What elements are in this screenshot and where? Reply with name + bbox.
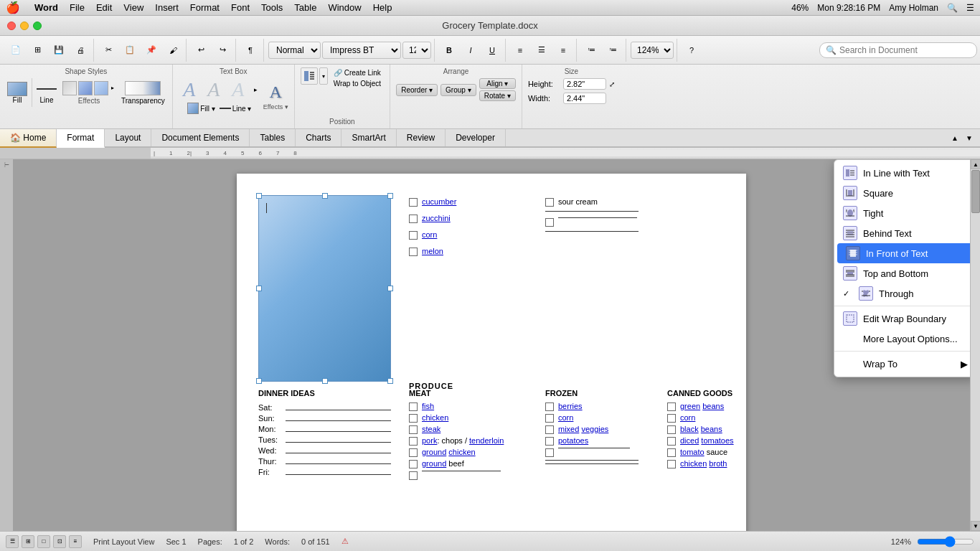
- check-cucumber[interactable]: [409, 198, 418, 207]
- handle-bm[interactable]: [322, 378, 328, 384]
- check-groundbeef[interactable]: [409, 460, 418, 468]
- menu-window[interactable]: Window: [328, 2, 361, 13]
- tab-review[interactable]: Review: [397, 129, 446, 146]
- style-selector[interactable]: Normal: [268, 42, 321, 59]
- view-btn-3[interactable]: □: [37, 535, 50, 548]
- check-sourcream[interactable]: [545, 198, 554, 207]
- check-blackbeans[interactable]: [667, 425, 676, 434]
- height-expand-button[interactable]: ⤢: [609, 80, 615, 88]
- paste-button[interactable]: 📌: [141, 40, 161, 60]
- height-input[interactable]: [563, 78, 606, 90]
- reorder-button[interactable]: Reorder ▾: [396, 84, 438, 96]
- menu-wrapto[interactable]: Wrap To ▶: [834, 354, 970, 374]
- tab-developer[interactable]: Developer: [446, 129, 506, 146]
- menu-infront[interactable]: In Front of Text: [837, 243, 970, 263]
- copy-button[interactable]: 📋: [120, 40, 140, 60]
- search-icon[interactable]: 🔍: [947, 3, 958, 13]
- menu-file[interactable]: File: [70, 2, 85, 13]
- scroll-track[interactable]: [971, 169, 980, 521]
- menu-help[interactable]: Help: [373, 2, 392, 13]
- tab-smartart[interactable]: SmartArt: [341, 129, 396, 146]
- search-toolbar[interactable]: 🔍: [819, 42, 977, 58]
- check-zucchini[interactable]: [409, 215, 418, 223]
- wrap-dropdown-button[interactable]: ▾: [319, 67, 328, 85]
- check-greenbeans[interactable]: [667, 402, 676, 411]
- apple-menu[interactable]: 🍎: [6, 1, 20, 14]
- handle-br[interactable]: [387, 378, 393, 384]
- width-input[interactable]: [563, 93, 606, 104]
- check-dicedtomatoes[interactable]: [667, 437, 676, 446]
- view-btn-5[interactable]: ≡: [69, 535, 82, 548]
- menu-tools[interactable]: Tools: [261, 2, 283, 13]
- text-style-more[interactable]: ▸: [252, 80, 260, 100]
- handle-ml[interactable]: [256, 286, 262, 291]
- font-selector[interactable]: Impress BT: [322, 42, 401, 59]
- menu-table[interactable]: Table: [294, 2, 316, 13]
- grid-button[interactable]: ⊞: [27, 40, 47, 60]
- create-link-button[interactable]: 🔗 Create Link: [331, 67, 384, 78]
- check-blank-meat[interactable]: [409, 471, 418, 480]
- right-scrollbar[interactable]: ▲ ▼: [970, 159, 980, 531]
- align-left-button[interactable]: ≡: [510, 40, 530, 60]
- menu-through[interactable]: ✓ Through: [834, 283, 970, 303]
- notifications-icon[interactable]: ☰: [966, 3, 974, 13]
- check-groundchicken[interactable]: [409, 448, 418, 457]
- redo-button[interactable]: ↪: [212, 40, 232, 60]
- bullets-button[interactable]: ≔: [581, 40, 601, 60]
- check-chicken[interactable]: [409, 414, 418, 423]
- paintformat-button[interactable]: 🖌: [163, 40, 183, 60]
- tab-docelements[interactable]: Document Elements: [151, 129, 250, 146]
- close-button[interactable]: [7, 22, 16, 30]
- check-d2[interactable]: [545, 218, 554, 227]
- paragraph-button[interactable]: ¶: [240, 40, 260, 60]
- numbering-button[interactable]: ≔: [603, 40, 623, 60]
- effects-more[interactable]: ▸: [110, 81, 116, 95]
- check-steak[interactable]: [409, 425, 418, 434]
- zoom-slider[interactable]: [917, 536, 974, 547]
- align-right-button[interactable]: ≡: [553, 40, 573, 60]
- scroll-thumb[interactable]: [971, 170, 980, 213]
- scroll-down-button[interactable]: ▼: [971, 521, 980, 531]
- check-fish[interactable]: [409, 402, 418, 411]
- check-tomatosauce[interactable]: [667, 448, 676, 457]
- menu-word[interactable]: Word: [34, 2, 58, 13]
- view-btn-4[interactable]: ⊡: [53, 535, 66, 548]
- zoom-selector[interactable]: 124%: [631, 42, 674, 59]
- menu-font[interactable]: Font: [231, 2, 250, 13]
- menu-edit[interactable]: Edit: [96, 2, 112, 13]
- handle-tm[interactable]: [322, 193, 328, 199]
- fill-text-button[interactable]: Fill ▾: [187, 103, 215, 114]
- wrap-selector-button[interactable]: [301, 67, 318, 85]
- line-text-button[interactable]: Line ▾: [220, 105, 252, 113]
- size-selector[interactable]: 12: [402, 42, 431, 59]
- minimize-button[interactable]: [20, 22, 29, 30]
- cut-button[interactable]: ✂: [98, 40, 118, 60]
- group-button[interactable]: Group ▾: [440, 84, 476, 96]
- tab-home[interactable]: 🏠 Home: [0, 129, 57, 148]
- check-berries[interactable]: [545, 402, 554, 411]
- check-melon[interactable]: [409, 248, 418, 256]
- align-center-button[interactable]: ☰: [532, 40, 552, 60]
- tab-tables[interactable]: Tables: [250, 129, 296, 146]
- check-potatoes[interactable]: [545, 437, 554, 446]
- check-chickenbroth[interactable]: [667, 460, 676, 468]
- menu-view[interactable]: View: [123, 2, 143, 13]
- underline-button[interactable]: U: [482, 40, 502, 60]
- wrap-to-object-button[interactable]: Wrap to Object: [331, 78, 385, 89]
- handle-tl[interactable]: [256, 193, 262, 199]
- menu-topbottom[interactable]: Top and Bottom: [834, 263, 970, 283]
- save-button[interactable]: 💾: [49, 40, 69, 60]
- check-canned-corn[interactable]: [667, 414, 676, 423]
- bold-button[interactable]: B: [439, 40, 459, 60]
- tab-scroll-up[interactable]: ▲: [948, 131, 961, 144]
- search-toolbar-input[interactable]: [839, 45, 971, 55]
- check-frozen-corn[interactable]: [545, 414, 554, 423]
- check-mixedveggies[interactable]: [545, 425, 554, 434]
- scroll-up-button[interactable]: ▲: [971, 159, 980, 169]
- handle-bl[interactable]: [256, 378, 262, 384]
- help-button[interactable]: ?: [682, 40, 702, 60]
- line-button[interactable]: Line: [35, 80, 58, 105]
- fill-button[interactable]: Fill: [6, 80, 29, 105]
- menu-tight[interactable]: Tight: [834, 203, 970, 223]
- check-pork[interactable]: [409, 437, 418, 446]
